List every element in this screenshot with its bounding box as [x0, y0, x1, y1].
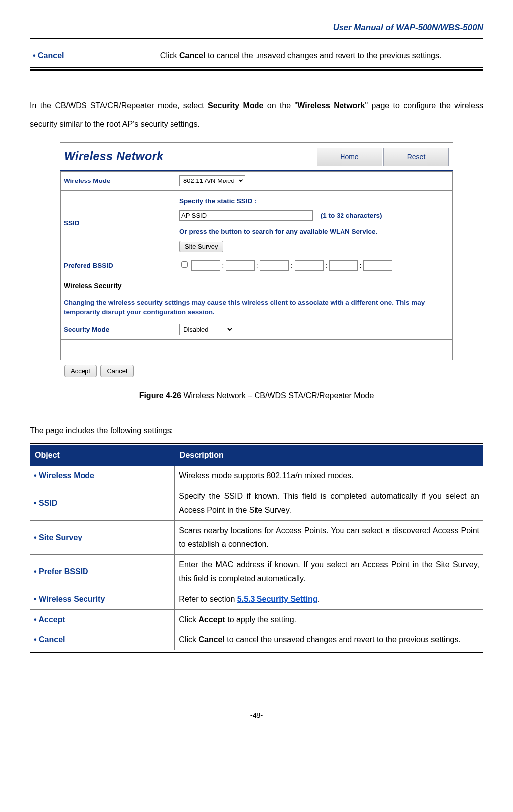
screenshot-footer: Accept Cancel [60, 360, 453, 383]
obj-prefer-bssid: Prefer BSSID [39, 567, 88, 576]
ssid-input[interactable] [179, 210, 313, 221]
figure-caption: Figure 4-26 Wireless Network – CB/WDS ST… [60, 388, 453, 403]
cancel-desc-prefix: Click [160, 51, 179, 60]
reset-button[interactable]: Reset [383, 148, 449, 166]
mac-2[interactable] [226, 260, 255, 271]
obj-wireless-security: Wireless Security [39, 595, 105, 603]
mac-4[interactable] [295, 260, 324, 271]
table-bottom-rule [30, 650, 483, 653]
col-object: Object [30, 445, 175, 466]
obj-site-survey: Site Survey [39, 533, 82, 541]
prefered-bssid-label: Prefered BSSID [61, 256, 176, 275]
intro-paragraph: In the CB/WDS STA/CR/Repeater mode, sele… [30, 97, 483, 134]
top-table-bottom-rule [30, 67, 483, 71]
page-number: -48- [30, 708, 483, 722]
prefer-bssid-checkbox[interactable] [181, 261, 188, 268]
desc-site-survey: Scans nearby locations for Access Points… [175, 520, 483, 554]
cancel-desc-bold: Cancel [179, 51, 205, 60]
obj-accept: Accept [38, 615, 65, 624]
cancel-button[interactable]: Cancel [100, 365, 133, 377]
doc-title: User Manual of WAP-500N/WBS-500N [30, 20, 483, 38]
site-survey-button[interactable]: Site Survey [179, 241, 223, 252]
obj-ssid: SSID [39, 499, 57, 507]
ssid-static-line: Specify the static SSID : [179, 195, 449, 208]
top-cancel-table: • Cancel Click Cancel to cancel the unsa… [30, 44, 483, 67]
accept-button[interactable]: Accept [64, 365, 97, 377]
ssid-label: SSID [61, 190, 176, 256]
mac-3[interactable] [260, 260, 289, 271]
wireless-mode-label: Wireless Mode [61, 172, 176, 191]
security-setting-link[interactable]: 5.5.3 Security Setting [237, 595, 318, 603]
desc-wireless-security: Refer to section 5.5.3 Security Setting. [175, 589, 483, 609]
desc-prefer-bssid: Enter the MAC address if known. If you s… [175, 554, 483, 589]
obj-wireless-mode: Wireless Mode [39, 471, 94, 480]
bullet: • [33, 51, 38, 60]
obj-cancel: Cancel [39, 635, 65, 644]
settings-table: Object Description • Wireless Mode Wirel… [30, 445, 483, 650]
ssid-or-line: Or press the button to search for any av… [179, 225, 449, 238]
desc-wireless-mode: Wireless mode supports 802.11a/n mixed m… [175, 466, 483, 486]
security-mode-label: Security Mode [61, 320, 176, 340]
wireless-network-screenshot: Wireless Network Home Reset Wireless Mod… [60, 142, 453, 383]
wireless-security-heading: Wireless Security [61, 275, 453, 295]
settings-intro: The page includes the following settings… [30, 423, 483, 438]
desc-ssid: Specify the SSID if known. This field is… [175, 486, 483, 520]
security-mode-select[interactable]: Disabled [179, 324, 234, 335]
mac-6[interactable] [363, 260, 392, 271]
ssid-chars: (1 to 32 characters) [321, 212, 382, 219]
col-description: Description [175, 445, 483, 466]
desc-cancel: Click Cancel to cancel the unsaved chang… [175, 630, 483, 650]
header-rule [30, 38, 483, 41]
home-button[interactable]: Home [317, 148, 382, 166]
desc-accept: Click Accept to apply the setting. [175, 609, 483, 630]
security-warning: Changing the wireless security settings … [61, 295, 453, 320]
mac-1[interactable] [191, 260, 220, 271]
mac-5[interactable] [329, 260, 358, 271]
cancel-label: Cancel [38, 51, 64, 60]
cancel-desc-suffix: to cancel the unsaved changes and revert… [205, 51, 441, 60]
wireless-mode-select[interactable]: 802.11 A/N Mixed [179, 175, 245, 186]
panel-title: Wireless Network [64, 146, 316, 168]
